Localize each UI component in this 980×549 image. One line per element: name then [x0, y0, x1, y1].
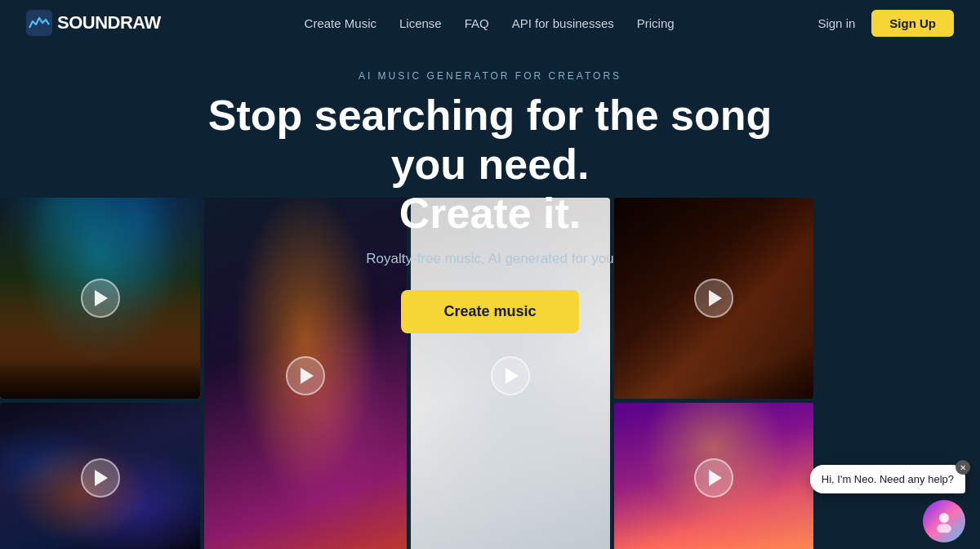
hero-section: AI MUSIC GENERATOR FOR CREATORS Stop sea… — [0, 46, 980, 353]
play-button-palm[interactable] — [694, 458, 733, 498]
play-button-city[interactable] — [81, 458, 120, 498]
nav-create-music[interactable]: Create Music — [305, 16, 376, 30]
chat-bubble: ✕ Hi, I'm Neo. Need any help? — [810, 465, 965, 493]
play-button-disco[interactable] — [286, 356, 325, 395]
image-city[interactable] — [0, 403, 200, 549]
nav-right: Sign in Sign Up — [817, 10, 954, 37]
hero-title-line1: Stop searching for the song you need. — [208, 92, 773, 188]
nav-links: Create Music License FAQ API for busines… — [305, 16, 675, 30]
hero-subtitle: Royalty-free music, AI generated for you — [366, 251, 613, 267]
play-button-concert[interactable] — [81, 279, 120, 318]
nav-api[interactable]: API for businesses — [512, 16, 614, 30]
svg-point-2 — [937, 524, 951, 533]
hero-tagline: AI MUSIC GENERATOR FOR CREATORS — [359, 70, 621, 82]
image-palm[interactable] — [614, 403, 813, 549]
logo[interactable]: SOUNDRAW — [26, 10, 161, 36]
hero-title-line2: Create it. — [399, 190, 581, 237]
nav-license[interactable]: License — [399, 16, 442, 30]
navbar: SOUNDRAW Create Music License FAQ API fo… — [0, 0, 980, 46]
hero-title: Stop searching for the song you need. Cr… — [172, 92, 808, 238]
nav-pricing[interactable]: Pricing — [637, 16, 675, 30]
neo-icon — [933, 510, 956, 533]
play-button-dancer[interactable] — [491, 356, 530, 395]
svg-point-1 — [939, 513, 949, 523]
sign-in-link[interactable]: Sign in — [817, 16, 855, 30]
chat-message: Hi, I'm Neo. Need any help? — [822, 473, 954, 485]
logo-text: SOUNDRAW — [57, 12, 161, 33]
create-music-button[interactable]: Create music — [401, 290, 578, 333]
chat-close-button[interactable]: ✕ — [956, 460, 970, 475]
play-button-piano[interactable] — [694, 279, 733, 318]
tagline-middle: GENERATOR FOR — [427, 70, 544, 82]
nav-faq[interactable]: FAQ — [465, 16, 489, 30]
sign-up-button[interactable]: Sign Up — [871, 10, 954, 37]
neo-avatar[interactable] — [923, 500, 965, 542]
tagline-ai: AI MUSIC — [359, 70, 421, 82]
tagline-creators: CREATORS — [549, 70, 622, 82]
logo-icon — [26, 10, 52, 36]
